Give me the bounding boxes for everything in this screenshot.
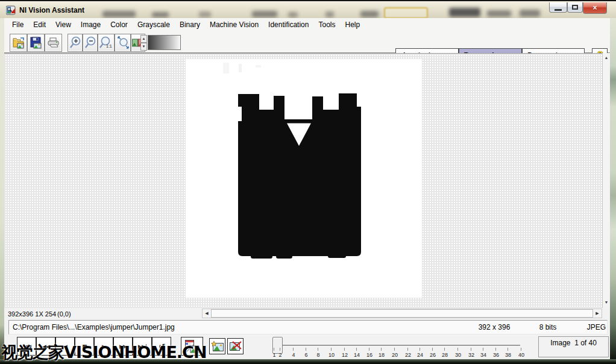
zoom-in-icon [69,36,81,49]
horizontal-scrollbar-thumb[interactable] [211,309,593,318]
window-border-left [0,18,4,359]
aero-blur-blob [199,11,211,17]
menu-binary[interactable]: Binary [175,18,205,31]
slider-tick-label: 6 [300,352,313,358]
zoom-status: 392x396 1X 254 [8,310,56,318]
horizontal-scrollbar[interactable]: ◀ ▶ [202,309,602,318]
svg-text:1:1: 1:1 [106,44,112,48]
image-display-canvas[interactable] [4,53,602,308]
menu-grayscale[interactable]: Grayscale [133,18,175,31]
slider-tick-label: 4 [287,352,300,358]
file-path: C:\Program Files\...\Examples\jumper\Jum… [13,323,175,331]
slider-tick-label: 26 [426,352,439,358]
vertical-scrollbar[interactable]: ▲ ▼ [602,53,610,308]
slider-tick-label: 12 [338,352,351,358]
aero-blur-window-outline [384,7,428,19]
scroll-right-icon[interactable]: ▶ [593,309,602,318]
save-image-icon [30,37,42,49]
menu-image[interactable]: Image [76,18,105,31]
slider-thumb[interactable] [272,337,283,354]
aero-blur-blob [325,11,334,17]
zoom-1to1-icon: 1:1 [99,36,113,49]
slider-tick-label: 16 [363,352,376,358]
cursor-position: (0,0) [57,310,71,318]
slider-tick-label: 24 [413,352,427,358]
image-format: JPEG [580,323,606,331]
palette-spinner[interactable]: ▲ ▼ [140,35,147,51]
slider-tick-label: 32 [465,352,478,358]
scroll-down-icon[interactable]: ▼ [603,299,610,306]
add-image-icon [211,341,224,351]
zoom-1to1-button[interactable]: 1:1 [98,34,115,52]
spinner-down-icon[interactable]: ▼ [140,43,147,51]
menu-edit[interactable]: Edit [28,18,51,31]
jumper-image [186,59,422,298]
status-row: 392x396 1X 254 (0,0) ◀ ▶ [4,308,610,320]
window-title: NI Vision Assistant [19,6,84,14]
file-info-bar: C:\Program Files\...\Examples\jumper\Jum… [8,320,608,334]
save-image-button[interactable] [27,34,45,52]
slider-tick-label: 30 [451,352,465,358]
aero-blur-blob [152,12,169,17]
minimize-button[interactable] [549,2,567,13]
zoom-to-fit-icon [116,36,130,49]
menu-color[interactable]: Color [105,18,133,31]
image-dimensions: 392 x 396 [473,323,515,331]
maximize-button[interactable] [567,2,583,13]
app-icon [6,5,16,15]
slider-tick-label: 14 [350,352,363,358]
print-icon [47,37,60,48]
slider-tick-label: 40 [515,352,528,358]
delete-image-icon [229,341,242,351]
slider-tick-label: 10 [325,352,338,358]
slider-tick-label: 38 [501,352,515,358]
slider-tick-label: 8 [312,352,325,358]
scroll-left-icon[interactable]: ◀ [203,309,211,318]
aero-blur-blob [487,10,511,17]
open-image-button[interactable] [10,34,27,52]
slider-tick-label: 28 [438,352,451,358]
toolbar: 1:1 ▲ ▼ [4,31,610,53]
menu-bar: File Edit View Image Color Grayscale Bin… [4,18,610,31]
aero-blur-blob [288,12,298,17]
menu-file[interactable]: File [7,18,28,31]
zoom-in-button[interactable] [68,34,83,52]
image-counter: Image 1 of 40 [538,336,609,357]
jumper-silhouette [186,59,422,298]
zoom-to-fit-button[interactable] [115,34,131,52]
menu-tools[interactable]: Tools [313,18,340,31]
maximize-icon [572,5,578,10]
slider-tick-label: 18 [375,352,388,358]
menu-help[interactable]: Help [341,18,365,31]
spinner-up-icon[interactable]: ▲ [140,35,147,43]
aero-blur-blob [252,11,277,17]
grayscale-palette-strip[interactable] [148,35,181,50]
titlebar[interactable]: NI Vision Assistant × [0,1,616,18]
print-image-button[interactable] [45,34,62,52]
close-icon: × [592,4,597,12]
app-window: NI Vision Assistant × File Edit View Ima… [0,0,616,364]
slider-tick-label: 2 [274,352,287,358]
minimize-icon [555,9,562,11]
menu-view[interactable]: View [51,18,76,31]
client-area: File Edit View Image Color Grayscale Bin… [4,18,610,359]
aero-blur-blob [360,11,379,17]
menu-identification[interactable]: Identification [263,18,313,31]
close-button[interactable]: × [583,2,607,14]
add-image-button[interactable] [209,338,225,354]
slider-tick-label: 34 [477,352,490,358]
delete-image-button[interactable] [227,338,244,354]
aero-blur-blob [449,8,480,17]
open-image-icon [12,37,25,49]
watermark-text: 视觉之家VISIONHOME.CN [1,342,207,363]
menu-machine-vision[interactable]: Machine Vision [205,18,263,31]
zoom-out-icon [84,36,96,49]
image-bit-depth: 8 bits [532,323,564,331]
scroll-up-icon[interactable]: ▲ [603,54,610,61]
slider-tick-label: 36 [489,352,503,358]
window-border-right [610,18,616,359]
aero-blur-blob [520,10,540,17]
zoom-out-button[interactable] [83,34,98,52]
slider-tick-label: 22 [401,352,415,358]
slider-track[interactable] [282,345,520,346]
